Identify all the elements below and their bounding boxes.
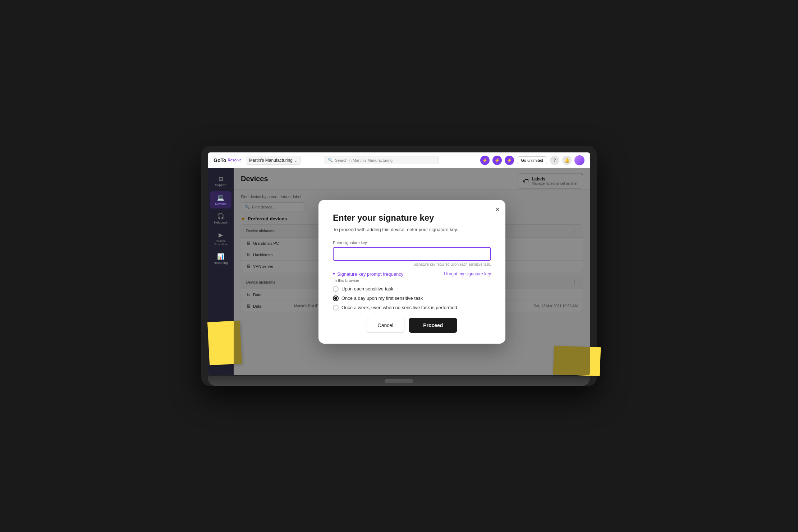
sidebar-label-remote: Remote Execution — [212, 239, 229, 246]
radio-day[interactable] — [333, 295, 339, 301]
radio-option-each[interactable]: Upon each sensitive task — [333, 286, 491, 292]
close-button[interactable]: × — [495, 206, 500, 213]
modal-subtitle: To proceed with adding this device, ente… — [333, 226, 491, 233]
lightning-icon-1[interactable]: ⚡ — [480, 156, 490, 165]
lightning-icon-2[interactable]: ⚡ — [492, 156, 502, 165]
logo-goto: GoTo — [214, 157, 226, 163]
forgot-link[interactable]: I forgot my signature key — [444, 271, 491, 276]
helpdesk-icon: 🎧 — [217, 213, 224, 220]
radio-each[interactable] — [333, 286, 339, 292]
go-unlimited-button[interactable]: Go unlimited — [517, 156, 547, 164]
sidebar-label-reporting: Reporting — [214, 261, 228, 265]
search-placeholder: Search in Martin's Manufacturing — [335, 158, 393, 162]
sidebar-label-devices: Devices — [215, 202, 226, 206]
search-icon: 🔍 — [328, 158, 333, 162]
sidebar-label-support: Support — [215, 183, 226, 187]
sidebar-item-remote-execution[interactable]: ▶ Remote Execution — [210, 229, 231, 249]
input-hint: Signature key required upon each sensiti… — [333, 262, 491, 266]
radio-label-week: Once a week, even when no sensitive task… — [341, 305, 457, 310]
top-bar-right: ⚡ ⚡ ⚡ Go unlimited ? 🔔 — [480, 155, 584, 165]
chevron-icon: ▾ — [333, 271, 335, 276]
cancel-button[interactable]: Cancel — [367, 318, 405, 333]
radio-label-day: Once a day upon my first sensitive task — [341, 295, 423, 301]
sidebar-item-support[interactable]: ⊞ Support — [210, 173, 231, 190]
reporting-icon: 📊 — [217, 253, 224, 260]
lightning-icon-3[interactable]: ⚡ — [505, 156, 514, 165]
frequency-section: ▾ Signature key prompt frequency I forgo… — [333, 271, 491, 311]
freq-title-toggle[interactable]: ▾ Signature key prompt frequency — [333, 271, 403, 277]
notifications-icon[interactable]: 🔔 — [562, 156, 572, 165]
logo-resolve: Resolve — [228, 158, 242, 162]
sidebar-item-devices[interactable]: 💻 Devices — [210, 191, 231, 208]
sidebar-item-reporting[interactable]: 📊 Reporting — [210, 250, 231, 267]
signature-key-modal: × Enter your signature key To proceed wi… — [318, 200, 505, 343]
help-icon[interactable]: ? — [550, 156, 559, 165]
devices-icon: 💻 — [217, 194, 224, 201]
support-icon: ⊞ — [219, 175, 223, 182]
radio-option-day[interactable]: Once a day upon my first sensitive task — [333, 295, 491, 301]
input-label: Enter signature key — [333, 240, 491, 245]
sidebar-item-helpdesk[interactable]: 🎧 Helpdesk — [210, 210, 231, 227]
sidebar-label-helpdesk: Helpdesk — [214, 221, 228, 224]
modal-overlay[interactable]: × Enter your signature key To proceed wi… — [234, 168, 590, 375]
signature-key-input[interactable] — [333, 247, 491, 261]
modal-actions: Cancel Proceed — [333, 318, 491, 333]
freq-header: ▾ Signature key prompt frequency I forgo… — [333, 271, 491, 277]
remote-execution-icon: ▶ — [219, 231, 223, 238]
org-name: Martin's Manufacturing — [249, 158, 293, 163]
freq-label: Signature key prompt frequency — [337, 271, 403, 277]
content-area: Devices + Add new device Find device by … — [234, 168, 590, 375]
search-bar[interactable]: 🔍 Search in Martin's Manufacturing — [324, 156, 439, 164]
laptop-frame: GoTo Resolve Martin's Manufacturing ⌄ 🔍 … — [201, 146, 597, 386]
proceed-button[interactable]: Proceed — [409, 318, 457, 333]
laptop-screen: GoTo Resolve Martin's Manufacturing ⌄ 🔍 … — [208, 152, 590, 375]
org-selector[interactable]: Martin's Manufacturing ⌄ — [246, 156, 301, 165]
radio-label-each: Upon each sensitive task — [341, 286, 394, 292]
freq-subtitle: In this browser — [333, 278, 491, 283]
radio-option-week[interactable]: Once a week, even when no sensitive task… — [333, 305, 491, 311]
radio-dot-day — [334, 297, 337, 300]
chevron-down-icon: ⌄ — [294, 158, 298, 163]
laptop-base — [208, 376, 590, 386]
avatar[interactable] — [574, 155, 584, 165]
laptop-notch — [385, 379, 413, 383]
logo: GoTo Resolve — [214, 157, 242, 163]
main-layout: ⊞ Support 💻 Devices 🎧 Helpdesk ▶ Remote … — [208, 168, 590, 375]
top-bar: GoTo Resolve Martin's Manufacturing ⌄ 🔍 … — [208, 152, 590, 168]
radio-week[interactable] — [333, 305, 339, 311]
modal-title: Enter your signature key — [333, 213, 491, 223]
